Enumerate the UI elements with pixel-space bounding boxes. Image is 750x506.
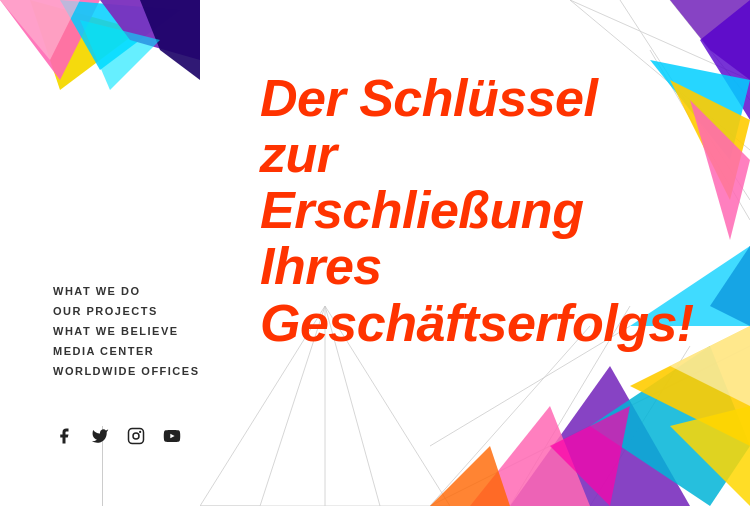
sidebar-nav: WHAT WE DOOUR PROJECTSWHAT WE BELIEVEMED… xyxy=(53,285,200,377)
svg-marker-38 xyxy=(670,406,750,506)
svg-marker-30 xyxy=(590,346,750,506)
nav-item-what-we-believe[interactable]: WHAT WE BELIEVE xyxy=(53,325,200,337)
facebook-icon[interactable] xyxy=(53,425,75,447)
svg-marker-2 xyxy=(60,0,180,70)
svg-marker-35 xyxy=(710,246,750,326)
svg-rect-39 xyxy=(129,429,144,444)
social-icons-bar xyxy=(53,425,183,447)
svg-line-24 xyxy=(430,326,590,506)
svg-line-9 xyxy=(670,0,750,100)
top-left-decoration xyxy=(0,0,200,200)
hero-section: Der Schlüssel zur Erschließung Ihres Ges… xyxy=(260,70,640,351)
svg-marker-1 xyxy=(0,0,100,80)
nav-item-our-projects[interactable]: OUR PROJECTS xyxy=(53,305,200,317)
svg-line-10 xyxy=(570,0,750,80)
youtube-icon[interactable] xyxy=(161,425,183,447)
nav-item-what-we-do[interactable]: WHAT WE DO xyxy=(53,285,200,297)
svg-marker-15 xyxy=(670,80,750,200)
instagram-icon[interactable] xyxy=(125,425,147,447)
svg-line-28 xyxy=(430,346,750,506)
svg-marker-0 xyxy=(30,0,140,90)
svg-marker-14 xyxy=(650,60,750,160)
twitter-icon[interactable] xyxy=(89,425,111,447)
svg-marker-16 xyxy=(690,100,750,240)
svg-marker-33 xyxy=(550,406,630,506)
svg-marker-13 xyxy=(700,0,750,120)
svg-point-40 xyxy=(133,433,139,439)
svg-marker-3 xyxy=(100,0,200,60)
nav-item-media-center[interactable]: MEDIA CENTER xyxy=(53,345,200,357)
svg-marker-6 xyxy=(80,20,160,90)
svg-point-41 xyxy=(139,431,141,433)
svg-marker-32 xyxy=(470,406,590,506)
svg-marker-12 xyxy=(670,0,750,80)
svg-marker-37 xyxy=(430,446,510,506)
svg-marker-29 xyxy=(510,366,690,506)
hero-headline: Der Schlüssel zur Erschließung Ihres Ges… xyxy=(260,70,640,351)
svg-line-11 xyxy=(650,50,750,220)
svg-line-26 xyxy=(590,346,690,506)
svg-marker-5 xyxy=(140,0,200,80)
nav-item-worldwide-offices[interactable]: WORLDWIDE OFFICES xyxy=(53,365,200,377)
svg-marker-4 xyxy=(0,0,80,60)
